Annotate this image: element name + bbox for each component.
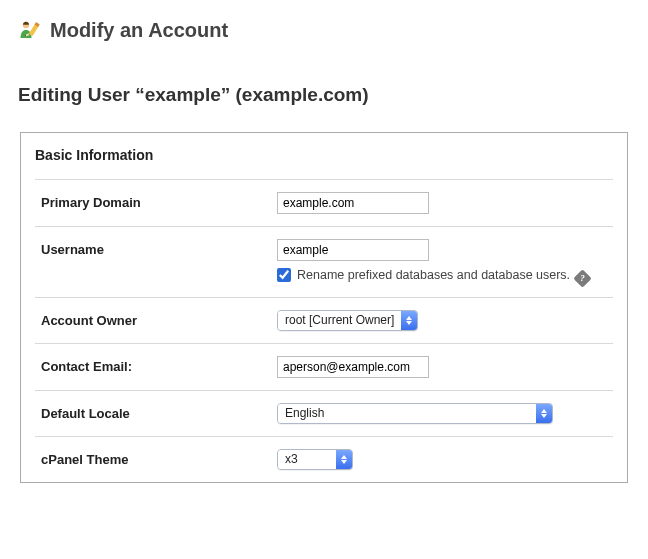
rename-databases-checkbox[interactable]	[277, 268, 291, 282]
select-arrows-icon	[536, 404, 552, 423]
page-header: Modify an Account	[18, 18, 630, 42]
default-locale-select[interactable]: English	[277, 403, 553, 424]
label-account-owner: Account Owner	[41, 310, 277, 328]
row-cpanel-theme: cPanel Theme x3	[35, 436, 613, 482]
contact-email-input[interactable]	[277, 356, 429, 378]
basic-information-panel: Basic Information Primary Domain Usernam…	[20, 132, 628, 483]
rename-databases-label: Rename prefixed databases and database u…	[297, 267, 589, 285]
row-contact-email: Contact Email:	[35, 343, 613, 390]
username-input[interactable]	[277, 239, 429, 261]
select-arrows-icon	[401, 311, 417, 330]
row-primary-domain: Primary Domain	[35, 179, 613, 226]
row-account-owner: Account Owner root [Current Owner]	[35, 297, 613, 343]
cpanel-theme-select[interactable]: x3	[277, 449, 353, 470]
label-primary-domain: Primary Domain	[41, 192, 277, 210]
panel-title: Basic Information	[35, 147, 613, 163]
account-owner-select[interactable]: root [Current Owner]	[277, 310, 418, 331]
label-contact-email: Contact Email:	[41, 356, 277, 374]
label-username: Username	[41, 239, 277, 257]
label-default-locale: Default Locale	[41, 403, 277, 421]
help-icon[interactable]: ?	[573, 269, 591, 287]
editing-heading: Editing User “example” (example.com)	[18, 84, 630, 106]
primary-domain-input[interactable]	[277, 192, 429, 214]
row-default-locale: Default Locale English	[35, 390, 613, 436]
modify-account-icon	[18, 18, 42, 42]
page-title: Modify an Account	[50, 19, 228, 42]
row-username: Username Rename prefixed databases and d…	[35, 226, 613, 297]
label-cpanel-theme: cPanel Theme	[41, 449, 277, 467]
select-arrows-icon	[336, 450, 352, 469]
